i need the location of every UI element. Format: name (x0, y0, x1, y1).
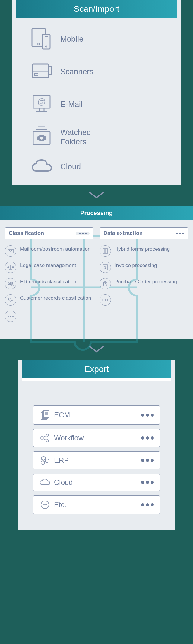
svg-rect-27 (103, 248, 107, 254)
svg-point-43 (46, 434, 49, 436)
input-item-email: @ E-Mail (24, 92, 175, 117)
proc-label: Purchase Order processing (115, 278, 177, 285)
svg-point-25 (9, 282, 11, 284)
more-dots-icon (140, 414, 155, 417)
export-item-erp[interactable]: ERP (33, 451, 160, 469)
arrow-down-2 (0, 339, 193, 360)
export-label: ECM (52, 411, 140, 419)
proc-label: Invoice processing (115, 262, 157, 269)
svg-marker-48 (45, 459, 49, 463)
svg-text:$: $ (104, 265, 106, 269)
export-item-workflow[interactable]: Workflow (33, 429, 160, 447)
mobile-icon (24, 27, 60, 51)
more-dots-icon (76, 232, 90, 235)
cloud-icon (38, 478, 52, 486)
export-label: Cloud (52, 478, 140, 487)
svg-rect-6 (33, 72, 48, 77)
svg-rect-38 (43, 411, 49, 418)
svg-rect-7 (34, 74, 38, 76)
watched-folder-icon (24, 125, 60, 149)
more-icon (100, 294, 111, 306)
proc-item-purchase: Purchase Order processing (100, 278, 188, 289)
export-divider (22, 378, 171, 381)
proc-item-hr: HR records classification (5, 278, 93, 289)
classification-column: Classification Mailroom/postroom automat… (5, 227, 93, 327)
proc-item-invoice: $ Invoice processing (100, 262, 188, 273)
more-dots-icon (175, 233, 184, 234)
processing-section: Processing Classification Mailroom/post (0, 206, 193, 339)
more-dots-icon (140, 459, 155, 462)
svg-marker-49 (41, 461, 45, 465)
more-dots-icon (140, 481, 155, 484)
export-label: ERP (52, 456, 140, 465)
proc-label: Legal case management (20, 262, 76, 269)
purchase-icon (100, 278, 111, 289)
svg-point-51 (43, 504, 44, 505)
scales-icon (5, 262, 16, 273)
proc-item-more-right[interactable] (100, 294, 188, 306)
people-icon (5, 278, 16, 289)
invoice-icon: $ (100, 262, 111, 273)
more-dots-icon (140, 436, 155, 440)
more-dots-icon (140, 503, 155, 506)
phone-icon (5, 294, 16, 306)
proc-item-hybrid: Hybrid forms processing (100, 245, 188, 257)
svg-point-18 (40, 137, 43, 140)
scan-import-body: Mobile Scanners @ (12, 18, 181, 185)
input-item-cloud: Cloud (24, 158, 175, 176)
envelope-icon (5, 245, 16, 257)
more-icon (5, 311, 16, 322)
workflow-icon (38, 433, 52, 443)
export-item-cloud[interactable]: Cloud (33, 474, 160, 491)
proc-label: Customer records classification (20, 294, 91, 301)
input-label: Scanners (60, 67, 93, 76)
proc-label: HR records classification (20, 278, 76, 285)
classification-label: Classification (9, 230, 44, 237)
svg-point-42 (41, 437, 43, 439)
proc-item-mailroom: Mailroom/postroom automation (5, 245, 93, 257)
processing-title: Processing (0, 206, 193, 220)
extraction-column: Data extraction Hybrid forms processing … (100, 227, 188, 327)
more-circle-icon (38, 500, 52, 510)
form-icon (100, 245, 111, 257)
proc-label: Hybrid forms processing (115, 245, 170, 252)
svg-point-44 (46, 440, 49, 442)
proc-item-legal: Legal case management (5, 262, 93, 273)
svg-line-45 (43, 436, 46, 437)
proc-item-more-left[interactable] (5, 311, 93, 322)
input-label: Mobile (60, 34, 84, 44)
extraction-tag[interactable]: Data extraction (100, 227, 188, 239)
export-item-etc[interactable]: Etc. (33, 495, 160, 514)
svg-text:@: @ (37, 97, 46, 106)
export-section: Export ECM Workflow ERP (18, 360, 175, 530)
svg-line-46 (43, 439, 46, 440)
arrow-down-1 (0, 185, 193, 206)
svg-point-26 (11, 282, 13, 284)
scanner-icon (24, 60, 60, 84)
documents-icon (38, 410, 52, 420)
input-label: Cloud (60, 162, 81, 171)
input-item-scanners: Scanners (24, 60, 175, 84)
scan-import-title: Scan/Import (16, 0, 177, 18)
input-label: Watched Folders (60, 128, 91, 147)
svg-point-1 (38, 43, 40, 45)
input-label: E-Mail (60, 100, 83, 109)
svg-point-53 (46, 504, 47, 505)
hexagons-icon (38, 456, 52, 465)
export-title: Export (22, 360, 171, 378)
svg-rect-8 (48, 66, 51, 74)
scan-import-section: Scan/Import Mobile (12, 0, 181, 185)
svg-rect-2 (42, 34, 50, 49)
classification-tag[interactable]: Classification (5, 227, 93, 239)
svg-point-52 (44, 504, 46, 505)
proc-label: Mailroom/postroom automation (20, 245, 90, 252)
proc-item-customer: Customer records classification (5, 294, 93, 306)
export-label: Workflow (52, 434, 140, 442)
input-item-mobile: Mobile (24, 27, 175, 51)
input-item-watched-folders: Watched Folders (24, 125, 175, 149)
cloud-icon (24, 158, 60, 176)
export-item-ecm[interactable]: ECM (33, 405, 160, 425)
svg-marker-47 (42, 456, 45, 460)
export-label: Etc. (52, 501, 140, 509)
extraction-label: Data extraction (103, 230, 143, 237)
